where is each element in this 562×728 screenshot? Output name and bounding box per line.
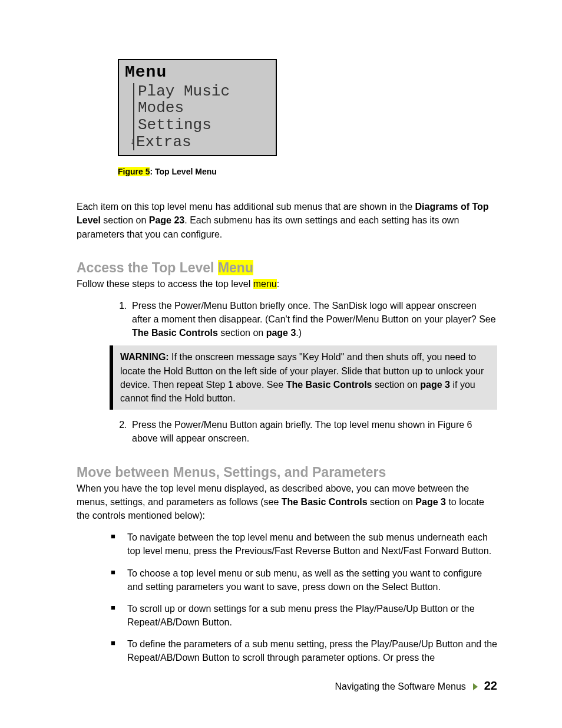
section-heading-move: Move between Menus, Settings, and Parame… [77, 465, 497, 480]
footer-text: Navigating the Software Menus [335, 681, 466, 691]
section-lead: Follow these steps to access the top lev… [77, 277, 497, 291]
section-lead: When you have the top level menu display… [77, 482, 497, 523]
chevron-right-icon [473, 683, 478, 690]
device-menu-item: Play Music [135, 83, 270, 100]
steps-list-cont: Press the Power/Menu Button again briefl… [77, 418, 497, 445]
device-menu-item-label: Extras [136, 134, 191, 151]
list-item: To choose a top level menu or sub menu, … [111, 566, 497, 594]
step-item: Press the Power/Menu Button again briefl… [130, 418, 497, 445]
section-heading-access: Access the Top Level Menu [77, 260, 497, 276]
down-arrow-icon: ↓ [130, 137, 135, 147]
device-menu-items: Play Music Modes Settings ↓ Extras [133, 83, 270, 150]
list-item: To define the parameters of a sub menu s… [111, 637, 497, 664]
device-menu-item: ↓ Extras [135, 134, 270, 151]
device-menu-item: Settings [135, 117, 270, 134]
list-item: To navigate between the top level menu a… [111, 531, 497, 558]
page-number: 22 [484, 679, 497, 692]
page: Menu Play Music Modes Settings ↓ Extras … [0, 0, 562, 728]
list-item: To scroll up or down settings for a sub … [111, 602, 497, 629]
figure-label: Figure 5 [118, 167, 150, 176]
intro-paragraph: Each item on this top level menu has add… [77, 200, 497, 241]
device-menu-title: Menu [125, 64, 270, 82]
bullet-list: To navigate between the top level menu a… [77, 531, 497, 665]
device-menu-item: Modes [135, 100, 270, 117]
page-footer: Navigating the Software Menus 22 [335, 679, 498, 693]
steps-list: Press the Power/Menu Button briefly once… [77, 299, 497, 340]
figure-caption-text: : Top Level Menu [150, 167, 216, 176]
warning-box: WARNING: If the onscreen message says "K… [110, 345, 497, 410]
device-menu-figure: Menu Play Music Modes Settings ↓ Extras [118, 59, 277, 156]
step-item: Press the Power/Menu Button briefly once… [130, 299, 497, 340]
figure-caption: Figure 5: Top Level Menu [118, 167, 497, 176]
